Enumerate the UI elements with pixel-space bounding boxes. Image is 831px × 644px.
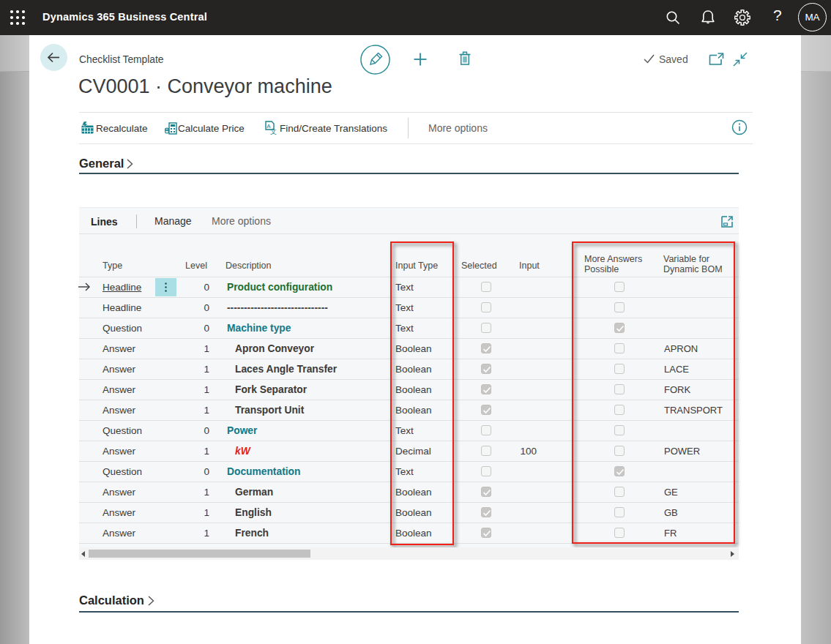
svg-text:文: 文 (270, 128, 277, 135)
